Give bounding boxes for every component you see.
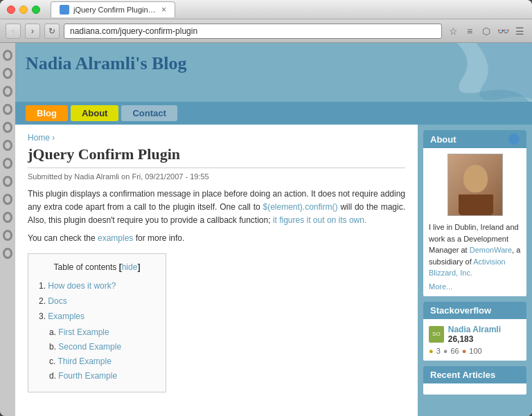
toc-letter-a: a.: [49, 327, 56, 337]
stackoverflow-widget: Stackoverflow SO Nadia Alramli 26,183: [423, 302, 526, 361]
so-user-info: Nadia Alramli 26,183: [448, 325, 521, 344]
toc-link-fourth[interactable]: Fourth Example: [58, 371, 117, 381]
toc-letter-c: c.: [49, 356, 55, 366]
bookmark-icon[interactable]: ☆: [446, 24, 460, 38]
toc-sublist: a. First Example b. Second Example: [49, 326, 155, 383]
badge-gold: [429, 347, 434, 355]
address-bar: ‹ › ↻ ☆ ≡ ⬡ 👓 ☰: [0, 19, 532, 43]
badge-gold-count: 3: [436, 347, 441, 355]
url-bar[interactable]: [64, 24, 442, 39]
blog-layout: Nadia Alramli's Blog Blog About Contact: [0, 43, 532, 416]
toolbar-icons: ☆ ≡ ⬡ 👓 ☰: [446, 24, 526, 38]
nav-about[interactable]: About: [71, 105, 119, 121]
article-paragraph-1: This plugin displays a confirmation mess…: [28, 188, 405, 228]
about-text: I live in Dublin, Ireland and work as a …: [429, 221, 521, 279]
spiral-ring: [3, 158, 12, 169]
recent-articles-widget: Recent Articles: [423, 366, 526, 395]
so-name[interactable]: Nadia Alramli: [448, 325, 501, 334]
spiral-ring: [3, 86, 12, 97]
so-user: SO Nadia Alramli 26,183: [429, 325, 521, 344]
toc-sub-d: d. Fourth Example: [49, 370, 155, 383]
article-divider: [28, 168, 405, 168]
so-avatar: SO: [429, 326, 444, 343]
nav-blog[interactable]: Blog: [26, 105, 68, 121]
about-widget-header: About: [423, 130, 526, 148]
page-content: Nadia Alramli's Blog Blog About Contact: [0, 43, 532, 416]
traffic-lights: [7, 6, 40, 14]
about-more-link[interactable]: More...: [429, 282, 452, 291]
so-widget-body: SO Nadia Alramli 26,183 3: [423, 319, 526, 361]
toc-item-2: 2. Docs: [39, 295, 155, 308]
spiral-ring: [3, 104, 12, 115]
nav-contact[interactable]: Contact: [121, 105, 177, 121]
toc-link-third[interactable]: Third Example: [57, 356, 111, 366]
spiral-ring: [3, 68, 12, 79]
breadcrumb-home-link[interactable]: Home: [28, 133, 50, 143]
recent-widget-body: [423, 383, 526, 395]
toc-link-second[interactable]: Second Example: [58, 342, 121, 352]
browser-window: jQuery Confirm Plugin | Nad... × ‹ › ↻ ☆…: [0, 0, 532, 416]
browser-tab[interactable]: jQuery Confirm Plugin | Nad... ×: [51, 1, 175, 17]
header-wave: [393, 43, 532, 102]
glasses-icon[interactable]: 👓: [496, 24, 510, 38]
toc-sub-b: b. Second Example: [49, 341, 155, 354]
tab-close-icon[interactable]: ×: [161, 5, 166, 15]
element-confirm-link[interactable]: $(element).confirm(): [263, 202, 338, 212]
article-title: jQuery Confirm Plugin: [28, 145, 405, 163]
demonware-link[interactable]: DemonWare: [470, 246, 512, 254]
so-badges: 3 66 100: [429, 347, 521, 355]
toc-sub-a: a. First Example: [49, 326, 155, 339]
toc-num-2: 2.: [39, 296, 46, 306]
close-button[interactable]: [7, 6, 15, 14]
spiral-ring: [3, 122, 12, 133]
minimize-button[interactable]: [19, 6, 28, 14]
back-button[interactable]: ‹: [6, 24, 21, 39]
article-paragraph-2: You can check the examples for more info…: [28, 232, 405, 245]
toc-item-1: 1. How does it work?: [39, 280, 155, 293]
toc-sub-c: c. Third Example: [49, 355, 155, 368]
examples-link[interactable]: examples: [98, 233, 133, 243]
about-widget-body: I live in Dublin, Ireland and work as a …: [423, 148, 526, 296]
tab-bar: jQuery Confirm Plugin | Nad... ×: [51, 1, 522, 17]
toc-num-3: 3.: [39, 311, 46, 321]
spiral-ring: [3, 50, 12, 61]
about-photo: [447, 154, 503, 216]
badge-bronze: [462, 347, 467, 355]
toc-list: 1. How does it work? 2. Docs 3.: [39, 280, 155, 383]
header-decoration: [393, 43, 532, 102]
toc-num-1: 1.: [39, 281, 46, 291]
about-widget: About I live in Dublin, Ireland and work…: [423, 130, 526, 296]
maximize-button[interactable]: [32, 6, 40, 14]
forward-button[interactable]: ›: [25, 24, 40, 39]
toc-link-examples[interactable]: Examples: [48, 311, 85, 321]
menu-icon[interactable]: ☰: [513, 24, 526, 38]
blog-header: Nadia Alramli's Blog: [15, 43, 532, 102]
blog-main: Home › jQuery Confirm Plugin Submitted b…: [15, 125, 532, 416]
reload-button[interactable]: ↻: [44, 24, 60, 39]
stack-icon[interactable]: ≡: [463, 24, 477, 38]
article-meta: Submitted by Nadia Alramli on Fri, 09/21…: [28, 172, 405, 181]
extensions-icon[interactable]: ⬡: [479, 24, 493, 38]
toc-link-docs[interactable]: Docs: [48, 296, 66, 306]
spiral-ring: [3, 140, 12, 151]
toc-hide-link[interactable]: hide: [122, 262, 138, 272]
so-widget-header: Stackoverflow: [423, 302, 526, 319]
spiral-ring: [3, 194, 12, 205]
article-body: This plugin displays a confirmation mess…: [28, 188, 405, 416]
toc-link-how[interactable]: How does it work?: [48, 281, 116, 291]
sidebar: About I live in Dublin, Ireland and work…: [418, 125, 532, 416]
toc-letter-b: b.: [49, 342, 56, 352]
recent-title: Recent Articles: [430, 370, 495, 380]
so-rep: 26,183: [448, 334, 474, 344]
so-title: Stackoverflow: [430, 305, 491, 316]
toc-title: Table of contents [hide]: [39, 261, 155, 274]
article-area: Home › jQuery Confirm Plugin Submitted b…: [15, 125, 418, 416]
breadcrumb-separator: ›: [52, 133, 55, 143]
breadcrumb: Home ›: [28, 133, 405, 143]
section-title-how: How does it work?: [28, 412, 405, 416]
blog-container: Nadia Alramli's Blog Blog About Contact: [15, 43, 532, 416]
toc-link-first[interactable]: First Example: [58, 327, 109, 337]
spiral-ring: [3, 176, 12, 187]
badge-bronze-count: 100: [469, 347, 481, 355]
figures-link[interactable]: it figures it out on its own.: [273, 215, 366, 225]
